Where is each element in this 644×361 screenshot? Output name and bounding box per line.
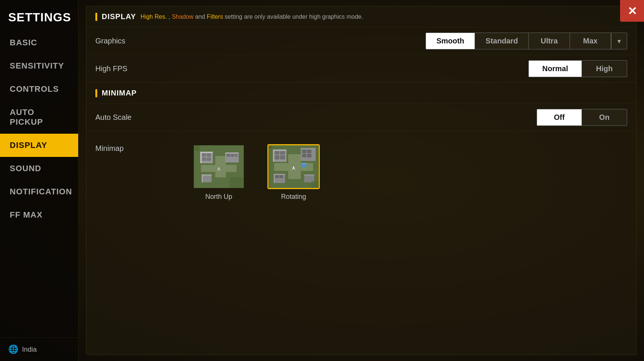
auto-scale-off-btn[interactable]: Off	[537, 109, 582, 125]
minimap-section-title: MINIMAP	[102, 89, 137, 97]
svg-rect-29	[275, 151, 279, 155]
svg-rect-10	[200, 152, 213, 153]
svg-rect-33	[273, 149, 286, 151]
auto-scale-label: Auto Scale	[95, 113, 170, 122]
graphics-controls: Smooth Standard Ultra Max ▾	[426, 33, 627, 49]
svg-rect-7	[207, 153, 211, 157]
svg-rect-37	[307, 149, 311, 153]
subtitle-filters: Filters	[207, 13, 223, 20]
svg-rect-44	[274, 174, 285, 175]
svg-rect-20	[202, 175, 203, 182]
svg-rect-49	[304, 175, 315, 176]
svg-rect-46	[275, 175, 279, 178]
subtitle-comma: ,	[167, 13, 170, 20]
display-section-header: DISPLAY High Res. , Shadow and Filters s…	[86, 6, 636, 27]
svg-rect-14	[227, 154, 230, 157]
svg-rect-15	[231, 154, 234, 157]
subtitle-suffix: setting are only available under high gr…	[223, 13, 363, 20]
minimap-north-up-image	[193, 144, 245, 189]
minimap-section-header: MINIMAP	[86, 83, 636, 103]
svg-rect-34	[273, 149, 275, 161]
svg-rect-16	[235, 154, 237, 157]
graphics-label: Graphics	[95, 37, 170, 45]
minimap-north-up-option[interactable]: North Up	[193, 144, 245, 201]
graphics-ultra-btn[interactable]: Ultra	[529, 33, 570, 49]
close-icon: ✕	[628, 4, 637, 18]
svg-rect-8	[202, 157, 206, 161]
subtitle-and: and	[193, 13, 205, 20]
svg-rect-22	[230, 178, 244, 188]
high-fps-label: High FPS	[95, 64, 170, 73]
svg-rect-51	[312, 181, 319, 188]
sidebar-item-auto-pickup[interactable]: AUTO PICKUP	[0, 101, 78, 134]
graphics-smooth-btn[interactable]: Smooth	[426, 33, 475, 49]
minimap-rotating-image	[267, 144, 320, 189]
graphics-btn-group: Smooth Standard Ultra Max ▾	[426, 33, 627, 49]
app-title: SETTINGS	[0, 4, 78, 31]
high-fps-controls: Normal High	[528, 60, 627, 77]
svg-rect-30	[280, 151, 285, 155]
globe-icon: 🌐	[8, 345, 18, 354]
svg-rect-6	[202, 153, 206, 157]
svg-rect-47	[279, 175, 283, 178]
graphics-dropdown-arrow[interactable]: ▾	[611, 33, 627, 49]
svg-rect-39	[307, 154, 311, 158]
svg-rect-38	[302, 154, 306, 158]
auto-scale-on-btn[interactable]: On	[582, 109, 627, 125]
minimap-rotating-option[interactable]: Rotating	[267, 144, 320, 201]
sidebar-item-display[interactable]: DISPLAY	[0, 134, 78, 157]
close-button[interactable]: ✕	[620, 0, 644, 22]
app-container: SETTINGS BASIC SENSITIVITY CONTROLS AUTO…	[0, 0, 644, 361]
section-accent-bar	[95, 13, 97, 21]
sidebar-item-sensitivity[interactable]: SENSITIVITY	[0, 54, 78, 78]
minimap-accent-bar	[95, 89, 97, 97]
fps-high-btn[interactable]: High	[582, 61, 627, 77]
svg-rect-18	[202, 175, 212, 182]
fps-normal-btn[interactable]: Normal	[529, 61, 582, 77]
settings-panel: DISPLAY High Res. , Shadow and Filters s…	[86, 6, 637, 355]
sidebar-item-ff-max[interactable]: FF MAX	[0, 203, 78, 227]
minimap-row: Minimap	[86, 131, 636, 213]
region-label: India	[22, 346, 37, 354]
svg-rect-43	[274, 174, 285, 183]
graphics-standard-btn[interactable]: Standard	[475, 33, 529, 49]
svg-rect-45	[274, 174, 275, 183]
sidebar-footer: 🌐 India	[0, 337, 78, 361]
auto-scale-row: Auto Scale Off On	[86, 103, 636, 131]
svg-rect-11	[200, 152, 202, 163]
svg-rect-17	[225, 152, 239, 154]
high-fps-btn-group: Normal High	[528, 60, 627, 77]
sidebar-item-notification[interactable]: NOTIFICATION	[0, 180, 78, 203]
display-section-title: DISPLAY	[102, 12, 136, 21]
subtitle-high-res: High Res.	[141, 13, 167, 20]
minimap-rotating-label: Rotating	[281, 193, 306, 201]
sidebar-item-basic[interactable]: BASIC	[0, 31, 78, 54]
svg-rect-50	[269, 145, 273, 149]
svg-rect-21	[194, 145, 200, 151]
display-section-subtitle: High Res. , Shadow and Filters setting a…	[141, 13, 363, 20]
svg-rect-36	[302, 149, 306, 153]
minimap-rotating-svg	[269, 145, 319, 188]
minimap-label: Minimap	[95, 137, 170, 153]
graphics-max-btn[interactable]: Max	[570, 33, 611, 49]
svg-rect-9	[207, 157, 211, 161]
svg-rect-40	[301, 148, 316, 149]
svg-rect-19	[202, 175, 212, 176]
minimap-north-up-svg	[194, 145, 244, 188]
auto-scale-controls: Off On	[537, 109, 627, 126]
minimap-options: North Up	[170, 137, 329, 210]
display-section: DISPLAY High Res. , Shadow and Filters s…	[86, 6, 636, 83]
sidebar: SETTINGS BASIC SENSITIVITY CONTROLS AUTO…	[0, 0, 79, 361]
main-content: ✕ DISPLAY High Res. , Shadow and Filters…	[79, 0, 644, 361]
svg-rect-31	[275, 155, 279, 160]
svg-rect-32	[280, 155, 285, 160]
sidebar-item-sound[interactable]: SOUND	[0, 157, 78, 180]
graphics-row: Graphics Smooth Standard Ultra Max ▾	[86, 27, 636, 55]
sidebar-nav: BASIC SENSITIVITY CONTROLS AUTO PICKUP D…	[0, 31, 78, 337]
subtitle-shadow: Shadow	[172, 13, 193, 20]
sidebar-item-controls[interactable]: CONTROLS	[0, 78, 78, 101]
auto-scale-btn-group: Off On	[537, 109, 627, 126]
svg-rect-42	[301, 163, 306, 164]
minimap-section: MINIMAP Auto Scale Off On Minimap	[86, 83, 636, 213]
minimap-north-up-label: North Up	[205, 193, 232, 201]
